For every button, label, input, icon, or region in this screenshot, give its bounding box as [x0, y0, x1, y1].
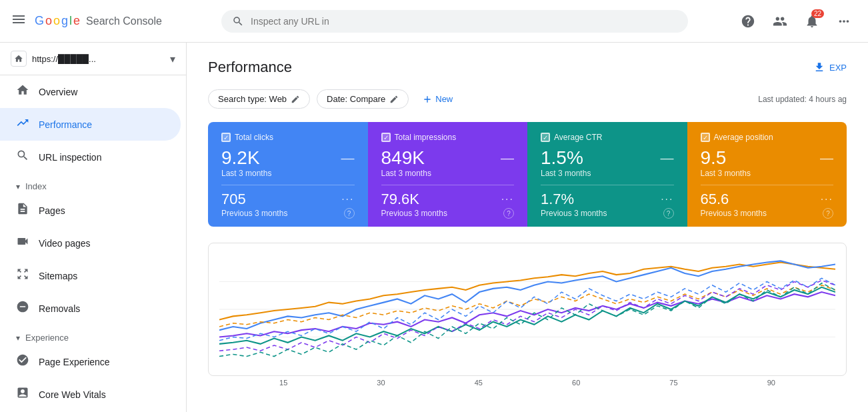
metric-prev-clicks: 705 ···: [221, 191, 355, 208]
x-label-75: 75: [669, 379, 677, 387]
sidebar-item-label: URL inspection: [39, 152, 101, 163]
metric-period-position: Last 3 months: [701, 169, 834, 178]
metric-period-impressions: Last 3 months: [381, 169, 515, 178]
sidebar-item-pages[interactable]: Pages: [0, 194, 181, 227]
date-filter[interactable]: Date: Compare: [317, 89, 409, 109]
sidebar-item-label: Core Web Vitals: [39, 389, 106, 400]
metric-prev-position: 65.6 ···: [701, 191, 834, 208]
x-label-60: 60: [572, 379, 580, 387]
help-impressions[interactable]: ?: [503, 208, 514, 219]
index-collapse-icon: ▾: [16, 182, 20, 191]
sidebar-item-overview[interactable]: Overview: [0, 75, 181, 108]
metric-card-clicks[interactable]: ✓ Total clicks 9.2K — Last 3 months 705 …: [208, 122, 368, 227]
edit-search-type-icon: [291, 95, 300, 104]
performance-icon: [16, 116, 29, 133]
metric-value-ctr: 1.5% —: [541, 147, 674, 169]
metric-current-ctr: 1.5%: [541, 147, 583, 169]
metric-value-position: 9.5 —: [701, 147, 834, 169]
metric-card-impressions[interactable]: ✓ Total impressions 849K — Last 3 months…: [368, 122, 528, 227]
accounts-button[interactable]: [767, 8, 793, 35]
add-filter-button[interactable]: New: [415, 90, 459, 109]
add-filter-label: New: [435, 94, 453, 104]
property-url: https://█████...: [32, 54, 165, 64]
metric-card-position[interactable]: ✓ Average position 9.5 — Last 3 months 6…: [687, 122, 847, 227]
metric-current-impressions: 849K: [381, 147, 425, 169]
last-updated-text: Last updated: 4 hours ag: [758, 95, 847, 104]
metric-dots-ctr: ···: [661, 193, 673, 205]
sidebar-item-label: Video pages: [39, 238, 91, 249]
property-selector[interactable]: https://█████... ▾: [0, 43, 186, 75]
help-button[interactable]: [735, 8, 761, 35]
metric-checkbox-ctr[interactable]: ✓: [541, 133, 550, 142]
sidebar-item-core-web-vitals[interactable]: Core Web Vitals: [0, 378, 181, 411]
x-label-90: 90: [767, 379, 775, 387]
metric-prev-label-impressions: Previous 3 months ?: [381, 208, 515, 219]
property-icon: [11, 51, 27, 67]
sitemaps-icon: [16, 267, 29, 284]
metric-header-impressions: ✓ Total impressions: [381, 133, 515, 142]
metric-card-ctr[interactable]: ✓ Average CTR 1.5% — Last 3 months 1.7% …: [527, 122, 687, 227]
experience-section-header[interactable]: ▾ Experience: [0, 325, 186, 345]
search-type-filter[interactable]: Search type: Web: [208, 89, 310, 109]
page-title: Performance: [208, 59, 292, 76]
filter-bar: Search type: Web Date: Compare New Last …: [208, 89, 847, 109]
export-button[interactable]: EXP: [813, 61, 847, 73]
metric-prev-val-clicks: 705: [221, 191, 246, 208]
metric-value-impressions: 849K —: [381, 147, 515, 169]
sidebar-item-label: Page Experience: [39, 357, 110, 367]
menu-icon[interactable]: [11, 11, 27, 31]
metric-prev-val-impressions: 79.6K: [381, 191, 420, 208]
metric-checkbox-impressions[interactable]: ✓: [381, 133, 391, 142]
property-dropdown-icon: ▾: [170, 53, 175, 65]
metric-header-ctr: ✓ Average CTR: [541, 133, 674, 142]
metric-dots-clicks: ···: [341, 193, 354, 205]
x-label-30: 30: [377, 379, 385, 387]
notification-badge: 22: [811, 9, 824, 18]
app-layout: https://█████... ▾ Overview Performance …: [0, 43, 868, 412]
sidebar-item-video-pages[interactable]: Video pages: [0, 227, 181, 259]
url-search-bar[interactable]: [221, 10, 688, 33]
page-header: Performance EXP: [208, 59, 847, 76]
metric-label-clicks: Total clicks: [235, 133, 273, 142]
metric-prev-label-position: Previous 3 months ?: [701, 208, 834, 219]
topbar-right: 22: [735, 8, 857, 35]
metric-cards: ✓ Total clicks 9.2K — Last 3 months 705 …: [208, 122, 847, 227]
metric-label-impressions: Total impressions: [395, 133, 457, 142]
date-label: Date: Compare: [327, 94, 385, 104]
main-content: Performance EXP Search type: Web Date: C…: [187, 43, 868, 412]
sidebar-item-page-experience[interactable]: Page Experience: [0, 345, 181, 378]
sidebar-item-label: Performance: [39, 119, 92, 130]
help-ctr[interactable]: ?: [663, 208, 674, 219]
sidebar-item-url-inspection[interactable]: URL inspection: [0, 141, 181, 173]
sidebar-item-label: Overview: [39, 87, 77, 97]
metric-checkbox-position[interactable]: ✓: [701, 133, 710, 142]
app-logo: Google Search Console: [35, 14, 162, 28]
apps-button[interactable]: [831, 8, 857, 35]
help-clicks[interactable]: ?: [344, 208, 355, 219]
index-section-label: Index: [25, 181, 47, 191]
help-position[interactable]: ?: [823, 208, 833, 219]
pages-icon: [16, 202, 29, 219]
sidebar-item-label: Sitemaps: [39, 271, 77, 281]
edit-date-icon: [389, 95, 399, 104]
sidebar-item-performance[interactable]: Performance: [0, 108, 181, 141]
metric-prev-val-position: 65.6: [701, 191, 729, 208]
removals-icon: [16, 300, 29, 317]
notifications-button[interactable]: 22: [799, 8, 825, 35]
sidebar-item-removals[interactable]: Removals: [0, 292, 181, 325]
search-icon: [232, 15, 244, 27]
index-section-header[interactable]: ▾ Index: [0, 173, 186, 194]
metric-prev-ctr: 1.7% ···: [541, 191, 674, 208]
metric-dash-position: —: [820, 151, 833, 166]
metric-header-clicks: ✓ Total clicks: [221, 133, 355, 142]
chart-svg: [219, 254, 835, 365]
x-label-45: 45: [475, 379, 483, 387]
sidebar-item-sitemaps[interactable]: Sitemaps: [0, 259, 181, 292]
url-search-input[interactable]: [251, 16, 677, 27]
core-web-vitals-icon: [16, 386, 29, 403]
metric-checkbox-clicks[interactable]: ✓: [221, 133, 231, 142]
sidebar-item-label: Pages: [39, 205, 65, 216]
metric-period-ctr: Last 3 months: [541, 169, 674, 178]
metric-label-ctr: Average CTR: [554, 133, 602, 142]
x-label-15: 15: [279, 379, 287, 387]
